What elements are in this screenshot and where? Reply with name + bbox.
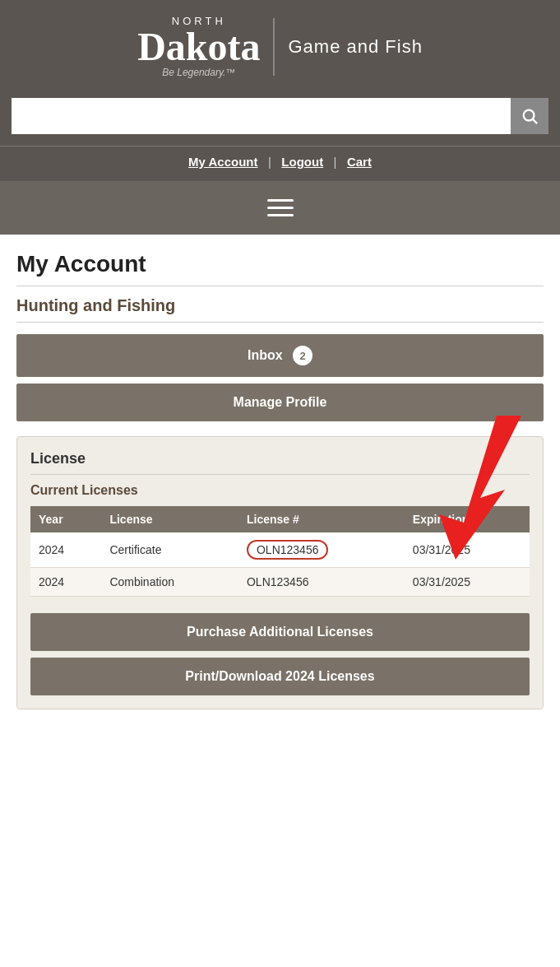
header: NORTH Dakota Be Legendary.™ Game and Fis… <box>0 0 560 90</box>
hamburger-menu-button[interactable] <box>267 199 294 216</box>
svg-point-0 <box>524 110 535 121</box>
logo-dakota-text: Dakota <box>137 27 260 67</box>
nav-sep2: | <box>334 155 337 169</box>
inbox-badge: 2 <box>293 346 312 365</box>
logo-tagline: Be Legendary.™ <box>162 67 235 78</box>
table-body: 2024 Certificate OLN123456 03/31/2025 20… <box>30 532 530 597</box>
license-table: Year License License # Expiration 2024 C… <box>30 506 530 597</box>
purchase-licenses-button[interactable]: Purchase Additional Licenses <box>30 613 530 651</box>
hamburger-line-2 <box>267 207 294 209</box>
row1-expiration: 03/31/2025 <box>405 532 530 568</box>
col-year: Year <box>30 506 101 532</box>
current-licenses-title: Current Licenses <box>30 483 530 498</box>
page-title: My Account <box>16 251 544 286</box>
row2-year: 2024 <box>30 568 101 597</box>
search-button[interactable] <box>511 98 548 134</box>
section-title: Hunting and Fishing <box>16 296 544 323</box>
row1-license: Certificate <box>101 532 238 568</box>
svg-line-1 <box>533 119 537 123</box>
table-with-arrow: Year License License # Expiration 2024 C… <box>30 506 530 597</box>
search-bar <box>0 90 560 146</box>
circled-license-num: OLN123456 <box>247 540 329 560</box>
logo-divider <box>273 18 275 76</box>
logo-area: NORTH Dakota Be Legendary.™ Game and Fis… <box>16 15 544 78</box>
col-license-num: License # <box>238 506 405 532</box>
row1-license-num: OLN123456 <box>238 532 405 568</box>
license-card-title: License <box>30 450 530 475</box>
hamburger-line-1 <box>267 199 294 202</box>
nav-my-account[interactable]: My Account <box>188 155 257 169</box>
nav-logout[interactable]: Logout <box>281 155 323 169</box>
row2-license-num: OLN123456 <box>238 568 405 597</box>
license-card: License Current Licenses Year License Li… <box>16 436 544 709</box>
search-icon <box>521 107 539 125</box>
nav-bar: My Account | Logout | Cart <box>0 146 560 181</box>
search-input[interactable] <box>12 98 511 134</box>
inbox-label: Inbox <box>248 348 283 362</box>
hamburger-line-3 <box>267 214 294 216</box>
nav-cart[interactable]: Cart <box>347 155 372 169</box>
nav-sep1: | <box>268 155 271 169</box>
table-header: Year License License # Expiration <box>30 506 530 532</box>
table-row: 2024 Certificate OLN123456 03/31/2025 <box>30 532 530 568</box>
row1-year: 2024 <box>30 532 101 568</box>
main-content: My Account Hunting and Fishing Inbox 2 M… <box>0 235 560 734</box>
col-license: License <box>101 506 238 532</box>
manage-profile-button[interactable]: Manage Profile <box>16 384 544 421</box>
inbox-button[interactable]: Inbox 2 <box>16 334 544 377</box>
print-licenses-button[interactable]: Print/Download 2024 Licenses <box>30 658 530 695</box>
row2-expiration: 03/31/2025 <box>405 568 530 597</box>
col-expiration: Expiration <box>405 506 530 532</box>
table-row: 2024 Combination OLN123456 03/31/2025 <box>30 568 530 597</box>
hamburger-bar <box>0 181 560 235</box>
card-actions: Purchase Additional Licenses Print/Downl… <box>30 613 530 695</box>
row2-license: Combination <box>101 568 238 597</box>
logo-left: NORTH Dakota Be Legendary.™ <box>137 15 260 78</box>
logo-game-fish: Game and Fish <box>288 36 422 58</box>
